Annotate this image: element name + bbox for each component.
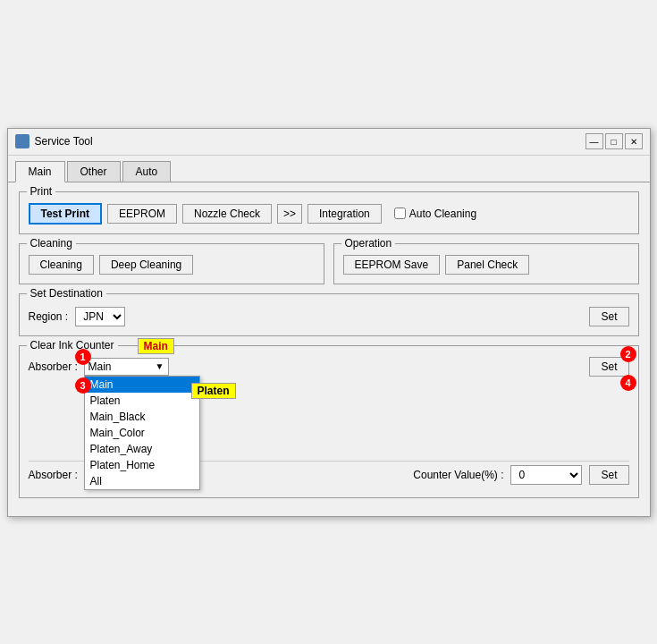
dropdown-arrow-icon: ▼ xyxy=(156,361,164,371)
window-title: Service Tool xyxy=(35,135,585,148)
window-controls: — □ ✕ xyxy=(585,133,643,149)
badge-2: 2 xyxy=(620,346,636,362)
operation-group: Operation EEPROM Save Panel Check xyxy=(333,243,639,284)
dropdown-item-platen[interactable]: Platen xyxy=(85,393,199,409)
destination-row: Region : JPN USA EUR AUS Set xyxy=(29,300,629,326)
clear-ink-counter-label: Clear Ink Counter xyxy=(27,339,118,352)
more-button[interactable]: >> xyxy=(277,204,302,224)
set-destination-group: Set Destination Region : JPN USA EUR AUS… xyxy=(19,293,639,336)
auto-cleaning-label: Auto Cleaning xyxy=(409,208,476,220)
cleaning-group-label: Cleaning xyxy=(27,237,76,250)
destination-set-button[interactable]: Set xyxy=(589,307,628,326)
eeprom-save-button[interactable]: EEPROM Save xyxy=(343,255,441,275)
badge-3: 3 xyxy=(75,377,91,394)
integration-button[interactable]: Integration xyxy=(307,204,382,224)
callout-main: Main xyxy=(138,338,174,354)
absorber-label-1: Absorber : xyxy=(29,360,84,373)
cleaning-button[interactable]: Cleaning xyxy=(29,255,94,275)
dropdown-item-platen-home[interactable]: Platen_Home xyxy=(85,457,199,473)
deep-cleaning-button[interactable]: Deep Cleaning xyxy=(99,255,193,275)
window-icon xyxy=(15,134,29,148)
absorber-dropdown-container: 1 Main Main ▼ Main Platen xyxy=(84,358,169,376)
title-bar: Service Tool — □ ✕ xyxy=(8,129,650,156)
operation-group-label: Operation xyxy=(341,237,396,250)
main-window: Service Tool — □ ✕ Main Other Auto Print… xyxy=(7,128,651,517)
region-select[interactable]: JPN USA EUR AUS xyxy=(75,307,125,326)
set-destination-label: Set Destination xyxy=(27,287,106,300)
region-label: Region : xyxy=(29,310,69,323)
tab-bar: Main Other Auto xyxy=(8,156,650,182)
absorber-dropdown-list: Main Platen Main_Black Main_Color Platen… xyxy=(84,376,200,490)
print-buttons-row: Test Print EEPROM Nozzle Check >> Integr… xyxy=(29,198,629,225)
dropdown-item-platen-away[interactable]: Platen_Away xyxy=(85,441,199,457)
counter-value-label: Counter Value(%) : xyxy=(413,469,503,481)
print-group: Print Test Print EEPROM Nozzle Check >> … xyxy=(19,191,639,234)
absorber-label-2: Absorber : xyxy=(29,469,84,481)
test-print-button[interactable]: Test Print xyxy=(29,203,102,225)
tab-main[interactable]: Main xyxy=(15,161,65,182)
tab-other[interactable]: Other xyxy=(67,161,121,182)
absorber-set-button-2[interactable]: Set xyxy=(589,465,628,485)
operation-buttons-row: EEPROM Save Panel Check xyxy=(343,250,629,275)
absorber-dropdown-display[interactable]: Main ▼ xyxy=(84,358,169,376)
badge-4: 4 xyxy=(620,375,636,391)
clear-ink-counter-group: Clear Ink Counter Absorber : 1 Main Main… xyxy=(19,345,639,498)
cleaning-group: Cleaning Cleaning Deep Cleaning xyxy=(19,243,324,284)
nozzle-check-button[interactable]: Nozzle Check xyxy=(182,204,272,224)
cleaning-operation-row: Cleaning Cleaning Deep Cleaning Operatio… xyxy=(19,243,639,284)
counter-value-select[interactable]: 0 10 20 50 100 xyxy=(510,465,582,485)
maximize-button[interactable]: □ xyxy=(605,133,623,149)
eeprom-button[interactable]: EEPROM xyxy=(107,204,177,224)
tab-auto[interactable]: Auto xyxy=(122,161,172,182)
dropdown-item-all[interactable]: All xyxy=(85,473,199,489)
minimize-button[interactable]: — xyxy=(585,133,603,149)
badge-1: 1 xyxy=(75,349,91,365)
callout-platen: Platen xyxy=(191,383,236,399)
close-button[interactable]: ✕ xyxy=(625,133,643,149)
print-group-label: Print xyxy=(27,185,56,198)
dropdown-item-main-black[interactable]: Main_Black xyxy=(85,409,199,425)
main-content: Print Test Print EEPROM Nozzle Check >> … xyxy=(8,182,650,516)
auto-cleaning-checkbox[interactable] xyxy=(394,208,406,219)
auto-cleaning-row: Auto Cleaning xyxy=(394,208,476,220)
dropdown-selected-value: Main xyxy=(88,360,112,373)
cleaning-buttons-row: Cleaning Deep Cleaning xyxy=(29,250,315,275)
dropdown-item-main-color[interactable]: Main_Color xyxy=(85,425,199,441)
dropdown-item-main[interactable]: Main xyxy=(85,377,199,393)
panel-check-button[interactable]: Panel Check xyxy=(445,255,529,275)
